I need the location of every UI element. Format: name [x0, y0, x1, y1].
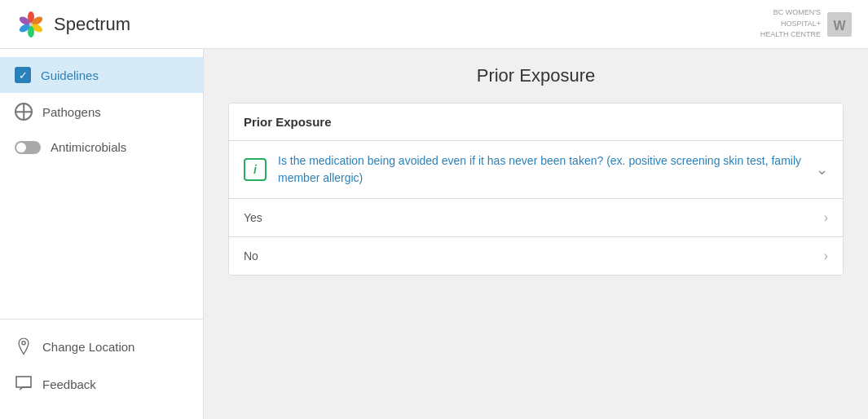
hospital-name: BC WOMEN'SHOSPITAL+HEALTH CENTRE [760, 7, 821, 41]
sidebar-bottom: Change Location Feedback [0, 319, 203, 411]
app-header: Spectrum BC WOMEN'SHOSPITAL+HEALTH CENTR… [0, 0, 868, 49]
chevron-down-icon: ⌄ [816, 161, 828, 179]
svg-point-9 [22, 342, 25, 345]
question-text: Is the medication being avoided even if … [278, 152, 808, 187]
option-no[interactable]: No › [229, 237, 843, 275]
sidebar-nav: Guidelines Pathogens Antimicrobials [0, 57, 203, 164]
question-row[interactable]: i Is the medication being avoided even i… [229, 141, 843, 199]
option-no-label: No [244, 249, 258, 262]
svg-text:W: W [833, 19, 846, 33]
sidebar-item-guidelines[interactable]: Guidelines [0, 57, 203, 93]
main-layout: Guidelines Pathogens Antimicrobials Chan [0, 49, 868, 419]
app-name: Spectrum [54, 14, 130, 35]
hospital-icon: W [827, 12, 852, 37]
spectrum-logo-icon [16, 10, 46, 39]
feedback-label: Feedback [42, 377, 96, 391]
toggle-icon [15, 141, 41, 154]
checkbox-icon [15, 67, 31, 83]
option-yes[interactable]: Yes › [229, 199, 843, 237]
page-title: Prior Exposure [228, 65, 844, 86]
option-yes-label: Yes [244, 211, 262, 224]
sidebar-item-antimicrobials[interactable]: Antimicrobials [0, 130, 203, 164]
sidebar: Guidelines Pathogens Antimicrobials Chan [0, 49, 204, 419]
sidebar-label-guidelines: Guidelines [41, 68, 99, 82]
sidebar-item-pathogens[interactable]: Pathogens [0, 93, 203, 130]
info-icon: i [244, 158, 267, 181]
globe-icon [15, 103, 33, 121]
sidebar-label-antimicrobials: Antimicrobials [51, 140, 126, 154]
feedback-icon [15, 375, 33, 393]
logo-area: Spectrum [16, 10, 130, 39]
sidebar-item-change-location[interactable]: Change Location [0, 328, 203, 365]
sidebar-label-pathogens: Pathogens [42, 105, 101, 119]
sidebar-item-feedback[interactable]: Feedback [0, 365, 203, 403]
card-header: Prior Exposure [229, 104, 843, 141]
hospital-logo: BC WOMEN'SHOSPITAL+HEALTH CENTRE W [760, 7, 852, 41]
location-icon [15, 337, 33, 355]
change-location-label: Change Location [42, 340, 134, 354]
content-area: Prior Exposure Prior Exposure i Is the m… [204, 49, 868, 419]
prior-exposure-card: Prior Exposure i Is the medication being… [228, 103, 844, 276]
chevron-right-icon-no: › [824, 249, 828, 263]
chevron-right-icon-yes: › [824, 210, 828, 225]
